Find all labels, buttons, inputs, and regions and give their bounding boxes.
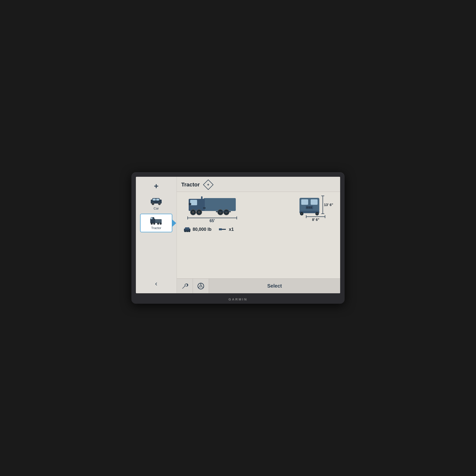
back-button[interactable]: ‹ [150, 277, 162, 290]
sidebar-item-tractor-label: Tractor [151, 226, 161, 230]
add-diamond-button[interactable] [203, 180, 213, 190]
truck-side-view: 65' [184, 194, 241, 223]
sidebar-item-tractor[interactable]: Tractor [140, 214, 172, 232]
svg-point-55 [200, 285, 202, 287]
garmin-device: + Car [131, 172, 345, 304]
bottom-toolbar: Select [177, 278, 340, 293]
svg-rect-41 [310, 207, 312, 208]
svg-rect-10 [151, 217, 152, 219]
steering-icon [197, 283, 204, 290]
svg-rect-24 [203, 207, 206, 209]
select-button[interactable]: Select [209, 279, 340, 293]
svg-point-46 [316, 213, 318, 214]
svg-point-15 [154, 223, 155, 224]
weight-stat: 80,000 lb [184, 227, 211, 232]
truck-front-icon [298, 196, 321, 216]
svg-point-29 [198, 211, 200, 213]
svg-point-44 [301, 213, 302, 214]
svg-rect-22 [190, 200, 197, 205]
sidebar-item-car[interactable]: Car [140, 195, 172, 212]
svg-rect-36 [301, 199, 308, 205]
tractor-icon [150, 216, 163, 225]
length-label: 65' [209, 219, 215, 223]
steering-button[interactable] [193, 279, 209, 293]
weight-icon [184, 227, 191, 232]
length-indicator: 65' [187, 218, 237, 223]
axle-icon [219, 228, 227, 231]
width-label: 8' 6" [312, 218, 319, 222]
svg-point-13 [151, 223, 152, 224]
svg-rect-34 [216, 211, 231, 212]
length-bar [187, 218, 237, 218]
svg-point-19 [160, 223, 161, 224]
content-header: Tractor [177, 177, 340, 192]
add-profile-button[interactable]: + [150, 180, 162, 192]
axle-stat: x1 [219, 227, 234, 232]
car-icon [150, 197, 163, 206]
svg-point-27 [192, 211, 194, 213]
svg-rect-25 [189, 203, 191, 205]
svg-rect-53 [219, 228, 222, 230]
axle-value: x1 [229, 227, 234, 232]
wrench-button[interactable] [177, 279, 193, 293]
active-arrow [172, 219, 176, 227]
main-content: Tractor [177, 177, 340, 293]
svg-point-5 [152, 203, 154, 205]
sidebar-item-car-label: Car [154, 207, 159, 210]
diamond-add-icon [203, 179, 213, 190]
svg-rect-11 [155, 219, 162, 223]
height-label: 13' 6" [324, 203, 333, 207]
svg-rect-37 [311, 199, 318, 205]
svg-rect-48 [185, 227, 189, 230]
weight-value: 80,000 lb [193, 227, 211, 232]
svg-rect-40 [308, 207, 310, 208]
stats-row: 80,000 lb x1 [181, 226, 336, 233]
svg-rect-3 [156, 199, 159, 201]
svg-point-7 [159, 203, 160, 205]
svg-rect-20 [204, 198, 236, 211]
svg-rect-2 [153, 199, 156, 201]
page-title: Tractor [181, 181, 200, 188]
svg-rect-39 [306, 207, 308, 208]
sidebar: + Car [136, 177, 177, 293]
brand-label: GARMIN [229, 298, 248, 301]
svg-point-17 [158, 223, 159, 224]
screen: + Car [136, 177, 340, 293]
vehicle-info: 65' [177, 192, 340, 278]
dimensions-row: 65' [181, 194, 336, 223]
wrench-icon [181, 283, 188, 290]
truck-side-icon [184, 194, 241, 217]
svg-rect-23 [201, 196, 203, 201]
